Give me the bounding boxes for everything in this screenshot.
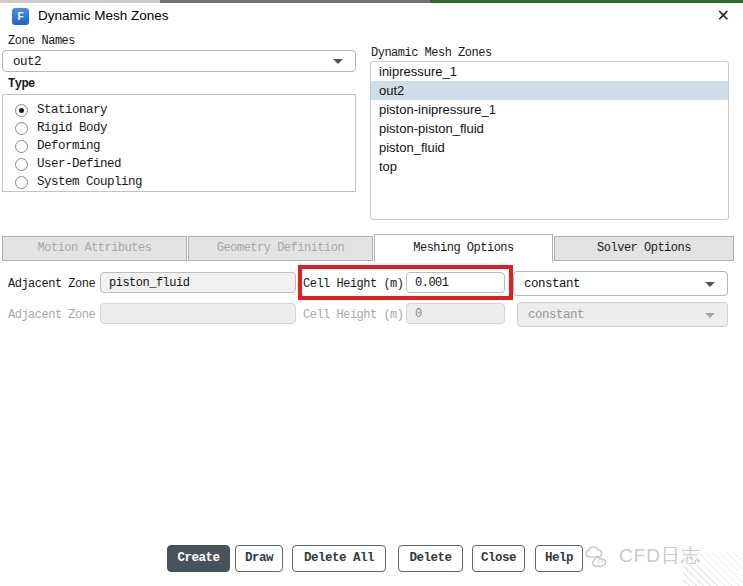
cell-height-input[interactable] [406,272,505,293]
radio-label: Stationary [37,103,107,117]
radio-user-defined[interactable]: User-Defined [15,155,121,173]
create-button[interactable]: Create [167,545,230,572]
zones-list-label: Dynamic Mesh Zones [371,46,492,60]
profile-value: constant [524,277,580,291]
top-edge-gray [160,0,430,3]
fluent-app-icon: F [12,8,29,25]
radio-icon [15,122,28,135]
list-item-selected[interactable]: out2 [371,81,728,100]
top-edge-light [0,0,160,3]
tab-solver-options[interactable]: Solver Options [554,236,734,261]
profile-value-2: constant [528,308,584,322]
list-item[interactable]: top [371,157,728,176]
profile-combobox[interactable]: constant [513,271,728,296]
adjacent-zone-label-2: Adjacent Zone [8,308,95,322]
cell-height-label-2: Cell Height (m) [303,308,404,322]
chevron-down-icon [705,313,715,318]
list-item[interactable]: piston-inipressure_1 [371,100,728,119]
tab-meshing-options[interactable]: Meshing Options [374,234,553,262]
zone-names-value: out2 [13,55,41,69]
tab-geometry-definition: Geometry Definition [188,236,373,261]
chevron-down-icon [705,282,715,287]
radio-icon [15,176,28,189]
help-button[interactable]: Help [535,545,583,572]
top-edge-green [430,0,743,3]
list-item[interactable]: piston_fluid [371,138,728,157]
radio-stationary[interactable]: Stationary [15,101,107,119]
radio-system-coupling[interactable]: System Coupling [15,173,142,191]
close-button[interactable]: Close [472,545,525,572]
list-item[interactable]: piston-piston_fluid [371,119,728,138]
chevron-down-icon [333,59,343,64]
type-label: Type [8,77,35,91]
tab-strip: Motion Attributes Geometry Definition Me… [0,236,743,261]
delete-all-button[interactable]: Delete All [292,545,386,572]
corner-stripes-decoration [683,552,743,586]
zone-names-label: Zone Names [8,34,75,48]
type-group-box: Stationary Rigid Body Deforming User-Def… [2,94,356,192]
draw-button[interactable]: Draw [235,545,283,572]
radio-label: Rigid Body [37,121,107,135]
window-title: Dynamic Mesh Zones [38,8,169,23]
dynamic-mesh-zones-dialog: F Dynamic Mesh Zones ✕ Zone Names out2 T… [0,0,743,586]
list-item[interactable]: inipressure_1 [371,62,728,81]
radio-rigid-body[interactable]: Rigid Body [15,119,107,137]
adjacent-zone-field-2 [100,303,296,324]
profile-combobox-2: constant [517,302,728,327]
tab-motion-attributes: Motion Attributes [2,236,187,261]
radio-deforming[interactable]: Deforming [15,137,100,155]
zones-listbox: inipressure_1 out2 piston-inipressure_1 … [370,61,729,220]
radio-icon [15,140,28,153]
delete-button[interactable]: Delete [398,545,463,572]
radio-icon [15,104,28,117]
cell-height-input-2 [406,303,505,324]
cell-height-label: Cell Height (m) [303,277,404,291]
radio-label: Deforming [37,139,100,153]
radio-icon [15,158,28,171]
zone-names-combobox[interactable]: out2 [2,50,356,72]
adjacent-zone-label: Adjacent Zone [8,277,95,291]
cfd-logo-icon [583,543,613,569]
radio-label: User-Defined [37,157,121,171]
radio-label: System Coupling [37,175,142,189]
adjacent-zone-field[interactable] [100,272,296,293]
close-icon[interactable]: ✕ [717,6,730,25]
